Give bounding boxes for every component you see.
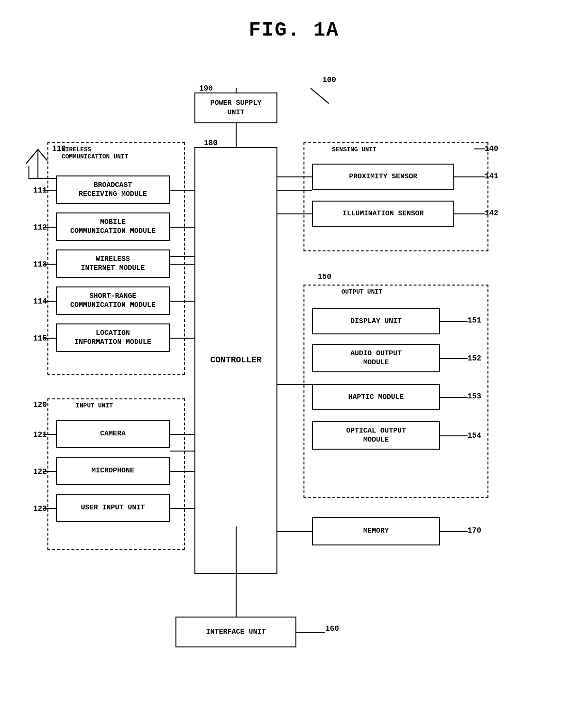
user-input-box: USER INPUT UNIT bbox=[56, 494, 170, 522]
ref-180: 180 bbox=[204, 139, 218, 148]
line-ctrl-proximity bbox=[277, 176, 312, 177]
wireless-internet-box: WIRELESSINTERNET MODULE bbox=[56, 249, 170, 278]
ref-112: 112 bbox=[33, 223, 47, 232]
ref-170: 170 bbox=[468, 526, 481, 535]
location-box: LOCATIONINFORMATION MODULE bbox=[56, 323, 170, 352]
ref-153: 153 bbox=[468, 392, 481, 401]
camera-box: CAMERA bbox=[56, 420, 170, 448]
ref-111: 111 bbox=[33, 186, 47, 195]
line-wireless-ctrl bbox=[170, 256, 194, 257]
line-userinput-ctrl bbox=[170, 508, 194, 509]
line-115 bbox=[43, 338, 56, 339]
line-122 bbox=[43, 471, 56, 472]
line-113 bbox=[43, 264, 56, 265]
ref-121: 121 bbox=[33, 431, 47, 439]
line-ctrl-illumination bbox=[277, 213, 312, 214]
ref-122: 122 bbox=[33, 468, 47, 476]
line-wireless-int-ctrl bbox=[170, 264, 194, 265]
page-title: FIG. 1A bbox=[0, 0, 588, 42]
line-114 bbox=[43, 301, 56, 302]
sensing-unit-dashed bbox=[303, 142, 488, 251]
line-111 bbox=[43, 190, 56, 191]
line-140 bbox=[474, 148, 485, 149]
line-location-ctrl bbox=[170, 338, 194, 339]
ref-123: 123 bbox=[33, 505, 47, 513]
ref-114: 114 bbox=[33, 297, 47, 306]
microphone-box: MICROPHONE bbox=[56, 457, 170, 485]
line-short-ctrl bbox=[170, 301, 194, 302]
line-mic-ctrl bbox=[170, 471, 194, 472]
ref-190: 190 bbox=[199, 84, 213, 93]
haptic-box: HAPTIC MODULE bbox=[312, 384, 440, 410]
illumination-box: ILLUMINATION SENSOR bbox=[312, 201, 454, 227]
ref-154: 154 bbox=[468, 432, 481, 440]
line-input-ctrl bbox=[170, 451, 194, 452]
ref-141: 141 bbox=[485, 172, 498, 181]
line-camera-ctrl bbox=[170, 434, 194, 435]
power-supply-box: POWER SUPPLYUNIT bbox=[194, 92, 277, 123]
line-ctrl-output bbox=[277, 384, 312, 385]
ref-110: 110 bbox=[52, 145, 66, 153]
line-ctrl-sensing bbox=[277, 190, 312, 191]
line-152 bbox=[440, 358, 468, 359]
mobile-comm-box: MOBILECOMMUNICATION MODULE bbox=[56, 212, 170, 241]
ref-115: 115 bbox=[33, 334, 47, 343]
ref-100: 100 bbox=[322, 76, 336, 84]
line-141 bbox=[454, 176, 485, 177]
audio-output-box: AUDIO OUTPUTMODULE bbox=[312, 344, 440, 372]
ref-120: 120 bbox=[33, 401, 47, 409]
line-170 bbox=[440, 531, 468, 532]
line-broadcast-ctrl bbox=[170, 190, 194, 191]
line-153 bbox=[440, 397, 468, 398]
broadcast-box: BROADCASTRECEIVING MODULE bbox=[56, 175, 170, 204]
line-antenna-wireless bbox=[28, 178, 56, 179]
input-unit-label: INPUT UNIT bbox=[76, 402, 113, 409]
line-142 bbox=[454, 213, 485, 214]
short-range-box: SHORT-RANGECOMMUNICATION MODULE bbox=[56, 286, 170, 315]
line-154 bbox=[440, 435, 468, 436]
line-ctrl-memory bbox=[277, 531, 312, 532]
line-112 bbox=[43, 227, 56, 228]
optical-output-box: OPTICAL OUTPUTMODULE bbox=[312, 421, 440, 450]
line-antenna-v bbox=[28, 166, 29, 178]
memory-box: MEMORY bbox=[312, 517, 440, 545]
ref-142: 142 bbox=[485, 209, 498, 218]
sensing-unit-label: SENSING UNIT bbox=[332, 146, 377, 153]
proximity-box: PROXIMITY SENSOR bbox=[312, 164, 454, 190]
line-123 bbox=[43, 508, 56, 509]
ref-150: 150 bbox=[318, 273, 331, 281]
line-160 bbox=[296, 632, 325, 633]
controller-box: CONTROLLER bbox=[194, 147, 277, 574]
line-power-ctrl bbox=[236, 123, 237, 147]
line-mobile-ctrl bbox=[170, 227, 194, 228]
ref-151: 151 bbox=[468, 316, 481, 325]
line-ctrl-interface bbox=[236, 574, 237, 617]
output-unit-label: OUTPUT UNIT bbox=[341, 288, 382, 295]
wireless-comm-label: WIRELESSCOMMUNICATION UNIT bbox=[62, 146, 128, 160]
ref-140: 140 bbox=[485, 145, 498, 153]
ref-152: 152 bbox=[468, 354, 481, 363]
ref-160: 160 bbox=[325, 625, 339, 633]
line-151 bbox=[440, 321, 468, 322]
svg-line-1 bbox=[26, 149, 38, 164]
line-ctrl-bottom bbox=[236, 526, 237, 574]
interface-box: INTERFACE UNIT bbox=[175, 617, 296, 647]
display-box: DISPLAY UNIT bbox=[312, 308, 440, 334]
diagram: 100 POWER SUPPLYUNIT 190 CONTROLLER 180 … bbox=[0, 52, 588, 701]
line-190-label bbox=[236, 88, 237, 92]
line-121 bbox=[43, 434, 56, 435]
ref-113: 113 bbox=[33, 260, 47, 269]
